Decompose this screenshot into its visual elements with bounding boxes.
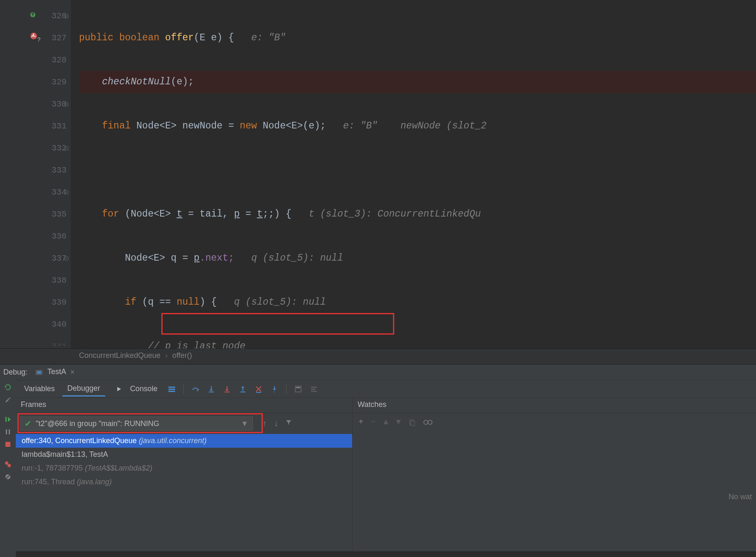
frame-item[interactable]: run:745, Thread (java.lang): [16, 475, 352, 489]
svg-rect-4: [5, 417, 7, 422]
force-step-into-icon[interactable]: [223, 385, 231, 393]
code-line[interactable]: if (q == null) { q (slot_5): null: [79, 291, 756, 313]
watches-panel: Watches + − ▲ ▼ No wat: [353, 397, 756, 551]
tab-debugger[interactable]: Debugger: [62, 382, 105, 397]
drop-frame-icon[interactable]: [254, 385, 263, 393]
breakpoint-icon[interactable]: ?: [29, 27, 38, 49]
method-call: checkNotNull: [102, 76, 171, 87]
inline-hint: q (slot_5): null: [234, 297, 326, 308]
variable: t: [177, 209, 183, 219]
line-number: 328: [52, 55, 67, 65]
code-line[interactable]: [79, 159, 756, 181]
svg-rect-12: [168, 387, 175, 388]
svg-point-8: [5, 461, 8, 465]
thread-selector[interactable]: ✔ "t2"@666 in group "main": RUNNING ▼: [20, 417, 253, 431]
keyword: boolean: [119, 32, 160, 43]
close-icon[interactable]: ×: [70, 368, 75, 377]
frames-panel: Frames ✔ "t2"@666 in group "main": RUNNI…: [16, 397, 353, 551]
settings-icon[interactable]: [4, 396, 12, 403]
variable: t: [257, 209, 263, 219]
debug-tab[interactable]: TestA: [45, 367, 69, 377]
add-watch-icon[interactable]: +: [358, 417, 363, 427]
code-line[interactable]: for (Node<E> t = tail, p = t;;) { t (slo…: [79, 203, 756, 225]
step-out-icon[interactable]: [239, 385, 247, 393]
inline-hint: e: "B": [251, 32, 286, 43]
dropdown-icon[interactable]: ▼: [241, 419, 248, 428]
code-text: ) {: [200, 297, 217, 308]
method-name: offer: [165, 32, 194, 43]
step-into-icon[interactable]: [207, 385, 215, 393]
mute-breakpoints-icon[interactable]: [4, 473, 12, 481]
svg-point-9: [7, 464, 11, 467]
fold-icon[interactable]: [64, 190, 69, 195]
svg-rect-28: [311, 391, 317, 392]
rerun-icon[interactable]: [4, 383, 12, 391]
stop-icon[interactable]: [4, 441, 12, 448]
frame-down-icon[interactable]: ↓: [274, 419, 279, 429]
field: .next;: [200, 253, 234, 264]
fold-icon[interactable]: [64, 14, 69, 19]
keyword: if: [125, 297, 136, 308]
frame-list[interactable]: offer:340, ConcurrentLinkedQueue (java.u…: [16, 434, 352, 489]
frame-up-icon[interactable]: ↑: [262, 419, 267, 429]
line-number: 335: [52, 209, 67, 219]
keyword: final: [102, 121, 131, 131]
debug-toolbar: Variables Debugger Console I: [16, 380, 756, 397]
code-text: ;;) {: [263, 209, 292, 219]
line-number: 329: [52, 77, 67, 87]
view-breakpoints-icon[interactable]: [4, 461, 12, 468]
tab-console[interactable]: Console: [125, 382, 163, 396]
fold-icon[interactable]: [64, 256, 69, 261]
comment: // p is last node: [148, 341, 246, 348]
inline-hint: t (slot_3): ConcurrentLinkedQu: [309, 209, 481, 219]
step-over-icon[interactable]: [191, 385, 200, 393]
svg-rect-27: [311, 389, 315, 390]
code-line[interactable]: // p is last node: [79, 335, 756, 348]
breadcrumb-class[interactable]: ConcurrentLinkedQueue: [79, 351, 161, 360]
svg-rect-3: [37, 371, 41, 374]
variable: p: [194, 253, 200, 264]
breadcrumb-method[interactable]: offer(): [172, 351, 192, 360]
code-line[interactable]: checkNotNull(e);: [79, 71, 756, 93]
inline-hint: newNode (slot_2: [400, 121, 487, 131]
breadcrumb[interactable]: ConcurrentLinkedQueue › offer(): [0, 348, 756, 364]
frame-item[interactable]: run:-1, 787387795 (TestA$$Lambda$2): [16, 461, 352, 475]
threads-icon[interactable]: [168, 385, 176, 393]
trace-icon[interactable]: [310, 385, 318, 393]
override-icon[interactable]: [29, 5, 37, 27]
keyword: for: [102, 209, 119, 219]
fold-icon[interactable]: [64, 146, 69, 151]
pause-icon[interactable]: [4, 428, 12, 436]
code-line[interactable]: final Node<E> newNode = new Node<E>(e); …: [79, 115, 756, 137]
filter-icon[interactable]: [285, 419, 292, 426]
line-number: 340: [52, 320, 67, 329]
show-watches-icon[interactable]: [423, 419, 432, 425]
svg-rect-25: [296, 387, 300, 388]
run-to-cursor-icon[interactable]: I: [270, 385, 279, 393]
frame-text: lambda$main$1:13, TestA: [22, 450, 108, 458]
code-text: (e);: [171, 76, 194, 87]
code-text: (q ==: [136, 297, 177, 308]
keyword: null: [177, 297, 200, 308]
remove-watch-icon[interactable]: −: [371, 417, 376, 427]
move-down-icon[interactable]: ▼: [396, 417, 401, 427]
code-area[interactable]: public boolean offer(E e) { e: "B" check…: [71, 0, 756, 348]
inline-hint: e: "B": [343, 121, 378, 131]
code-line[interactable]: public boolean offer(E e) { e: "B": [79, 27, 756, 49]
line-number: 327: [52, 33, 67, 43]
line-number: 333: [52, 165, 67, 175]
evaluate-icon[interactable]: [294, 385, 302, 393]
copy-icon[interactable]: [408, 419, 416, 426]
resume-icon[interactable]: [4, 416, 12, 423]
annotation-box: [161, 313, 394, 335]
line-number: 339: [52, 298, 67, 307]
move-up-icon[interactable]: ▲: [383, 417, 388, 427]
fold-icon[interactable]: [64, 102, 69, 107]
code-line[interactable]: Node<E> q = p.next; q (slot_5): null: [79, 247, 756, 269]
svg-rect-7: [5, 442, 10, 447]
frame-text: run:745, Thread: [22, 478, 77, 486]
frame-package: (java.lang): [77, 478, 112, 486]
frame-item[interactable]: offer:340, ConcurrentLinkedQueue (java.u…: [16, 434, 352, 448]
tab-variables[interactable]: Variables: [19, 382, 60, 396]
frame-item[interactable]: lambda$main$1:13, TestA: [16, 448, 352, 461]
